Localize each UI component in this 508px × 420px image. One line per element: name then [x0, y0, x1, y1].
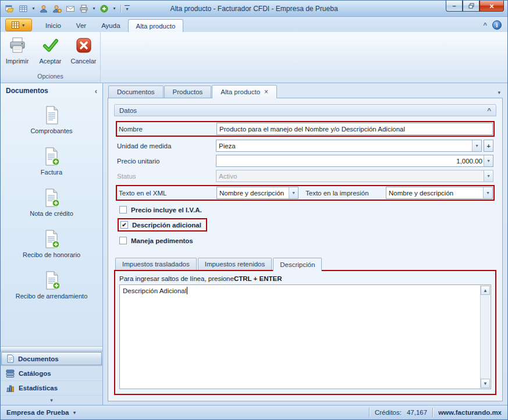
ribbon-tab-row: ▾ Inicio Ver Ayuda Alta producto ^ i — [1, 17, 507, 32]
qat-overflow-icon[interactable]: ▾ — [125, 5, 130, 12]
sidebar-splitter[interactable] — [1, 346, 102, 351]
tab-ver[interactable]: Ver — [69, 19, 94, 32]
scroll-down-icon[interactable]: ▼ — [481, 379, 490, 388]
annotation-highlight-descripcion-adicional: ✔ Descripción adicional — [118, 218, 207, 232]
sidebar-item-comprobantes[interactable]: Comprobantes — [30, 105, 72, 134]
close-button[interactable]: × — [479, 1, 504, 12]
sidebar-item-label: Comprobantes — [30, 127, 72, 134]
help-icon[interactable]: i — [492, 20, 502, 30]
document-add-icon — [42, 229, 61, 250]
descripcion-textarea[interactable]: Descripción Adicional ▲ ▼ — [119, 284, 491, 389]
descripcion-value: Descripción Adicional — [123, 287, 186, 294]
imprimir-label: Imprimir — [6, 58, 29, 65]
doc-tab-productos[interactable]: Productos — [164, 86, 212, 98]
sidebar-item-label: Recibo de arrendamiento — [16, 293, 88, 300]
close-tab-icon[interactable]: × — [264, 88, 268, 95]
texto-xml-combo[interactable]: Nombre y descripción ▾ — [216, 187, 299, 199]
user-settings-icon[interactable] — [51, 3, 63, 15]
sidebar-item-label: Recibo de honorario — [23, 251, 80, 258]
nav-estadisticas[interactable]: Estadísticas — [1, 380, 102, 395]
texto-xml-value: Nombre y descripción — [219, 190, 289, 197]
imprimir-button[interactable]: Imprimir — [2, 35, 33, 65]
collapse-group-icon[interactable]: ^ — [487, 107, 491, 114]
sidebar-item-factura[interactable]: Factura — [41, 147, 62, 176]
checkbox-precio-iva[interactable]: Precio incluye el I.V.A. — [119, 204, 496, 215]
checkbox-unchecked-icon[interactable] — [119, 237, 127, 244]
unidad-combo[interactable]: Pieza ▾ — [216, 140, 482, 152]
sidebar-item-recibo-honorario[interactable]: Recibo de honorario — [23, 229, 80, 258]
texto-impresion-combo[interactable]: Nombre y descripción ▾ — [386, 187, 493, 199]
nav-documentos[interactable]: Documentos — [1, 351, 102, 366]
collapse-ribbon-icon[interactable]: ^ — [484, 22, 487, 29]
aceptar-button[interactable]: Aceptar — [35, 35, 66, 65]
vertical-scrollbar[interactable]: ▲ ▼ — [480, 286, 490, 388]
tab-impuestos-trasladados[interactable]: Impuestos trasladados — [115, 258, 197, 270]
chevron-down-icon[interactable]: ▾ — [289, 187, 298, 198]
chevron-down-icon[interactable]: ▾ — [483, 187, 492, 198]
chevron-down-icon[interactable]: ▾ — [484, 155, 493, 166]
contact-icon[interactable] — [38, 3, 49, 15]
doc-tab-alta-producto[interactable]: Alta producto × — [212, 85, 277, 98]
open-icon[interactable] — [4, 3, 16, 15]
cancelar-label: Cancelar — [70, 58, 96, 65]
add-unidad-button[interactable]: + — [484, 140, 493, 152]
sidebar-item-nota-credito[interactable]: Nota de crédito — [30, 188, 73, 217]
status-value: Activo — [219, 173, 484, 180]
checkbox-maneja-pedimentos[interactable]: Maneja pedimentos — [119, 235, 496, 246]
doc-tab-label: Productos — [173, 88, 203, 95]
cancelar-button[interactable]: Cancelar — [69, 35, 99, 65]
ribbon-extras: ^ i — [484, 20, 504, 32]
doc-tab-label: Alta producto — [221, 88, 260, 95]
checkbox-unchecked-icon[interactable] — [119, 206, 127, 213]
nav-catalogos[interactable]: Catálogos — [1, 366, 102, 380]
precio-value: 1,000.00 — [219, 158, 484, 165]
minimize-button[interactable]: – — [446, 1, 463, 12]
restore-button[interactable] — [463, 1, 479, 12]
tab-descripcion[interactable]: Descripción — [273, 258, 322, 271]
document-tab-strip: Documentos Productos Alta producto × ▾ — [108, 85, 503, 98]
tab-alta-producto[interactable]: Alta producto — [128, 19, 184, 32]
application-menu-button[interactable]: ▾ — [5, 19, 32, 31]
print-icon[interactable] — [78, 3, 90, 15]
precio-label: Precio unitario — [117, 158, 216, 165]
checkbox-checked-icon[interactable]: ✔ — [120, 221, 128, 229]
checkbox-descripcion-adicional[interactable]: ✔ Descripción adicional — [120, 220, 201, 230]
collapse-sidebar-icon[interactable]: ‹ — [95, 87, 97, 95]
tab-impuestos-retenidos[interactable]: Impuestos retenidos — [198, 258, 272, 270]
quick-access-toolbar: ▾ ▾ ▾ ▾ — [4, 3, 130, 15]
nombre-input[interactable]: Producto para el manejo del Nombre y/o D… — [216, 123, 493, 135]
doc-tab-documentos[interactable]: Documentos — [108, 86, 164, 98]
checkbox-label: Maneja pedimentos — [131, 237, 193, 244]
add-icon[interactable] — [98, 3, 110, 15]
scroll-up-icon[interactable]: ▲ — [481, 286, 490, 295]
website-link[interactable]: www.facturando.mx — [438, 409, 502, 416]
text-cursor — [187, 287, 187, 294]
annotation-highlight-descripcion-panel: Para ingresar saltos de línea, presione … — [114, 270, 496, 395]
documents-icon — [6, 354, 14, 364]
cancel-icon — [74, 36, 93, 56]
ribbon-group-opciones: Imprimir Aceptar — [1, 32, 101, 83]
company-name: Empresa de Prueba — [6, 409, 69, 416]
document-icon — [42, 105, 61, 126]
mail-icon[interactable] — [65, 3, 76, 15]
print-dropdown-icon[interactable]: ▾ — [91, 6, 97, 11]
tab-ayuda[interactable]: Ayuda — [94, 19, 127, 32]
grid-icon[interactable] — [17, 3, 29, 15]
document-add-icon — [42, 147, 61, 168]
company-selector[interactable]: Empresa de Prueba ▾ — [6, 409, 77, 416]
datos-group-header[interactable]: Datos ^ — [114, 104, 496, 116]
nav-overflow-icon[interactable]: ▾ — [1, 395, 102, 405]
status-row: Status Activo ▾ — [117, 170, 493, 182]
tab-list-dropdown-icon[interactable]: ▾ — [495, 90, 503, 95]
add-dropdown-icon[interactable]: ▾ — [112, 6, 117, 11]
ribbon-group-label: Opciones — [1, 73, 100, 83]
tab-inicio[interactable]: Inicio — [38, 19, 69, 32]
annotation-highlight-nombre: Nombre Producto para el manejo del Nombr… — [116, 121, 495, 137]
grid-dropdown-icon[interactable]: ▾ — [31, 6, 36, 11]
precio-row: Precio unitario 1,000.00 ▾ — [117, 155, 493, 167]
chevron-down-icon[interactable]: ▾ — [472, 140, 481, 151]
sidebar-item-recibo-arrendamiento[interactable]: Recibo de arrendamiento — [16, 270, 88, 300]
app-window: ▾ ▾ ▾ ▾ Alta producto - Facturador CFDI … — [0, 0, 508, 420]
ribbon: Imprimir Aceptar — [1, 32, 507, 83]
precio-input[interactable]: 1,000.00 ▾ — [216, 155, 493, 167]
